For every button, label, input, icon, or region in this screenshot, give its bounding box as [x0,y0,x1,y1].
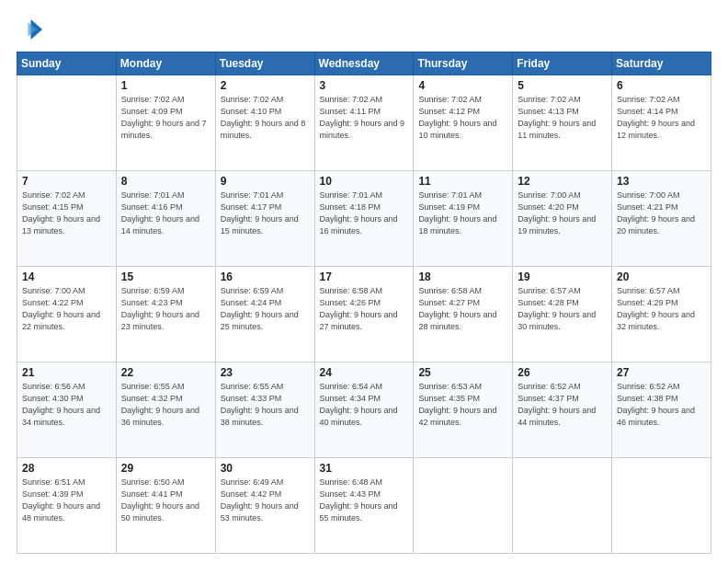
calendar-cell: 19Sunrise: 6:57 AM Sunset: 4:28 PM Dayli… [513,267,612,362]
day-number: 11 [418,175,507,188]
day-info: Sunrise: 6:57 AM Sunset: 4:28 PM Dayligh… [518,285,607,333]
day-number: 3 [320,79,409,92]
calendar-cell: 17Sunrise: 6:58 AM Sunset: 4:26 PM Dayli… [314,267,414,362]
logo-icon [17,17,42,42]
calendar-cell: 4Sunrise: 7:02 AM Sunset: 4:12 PM Daylig… [414,75,513,171]
day-number: 17 [320,270,409,283]
calendar-cell: 14Sunrise: 7:00 AM Sunset: 4:22 PM Dayli… [17,267,117,362]
calendar-cell: 6Sunrise: 7:02 AM Sunset: 4:14 PM Daylig… [612,75,711,171]
calendar-table: SundayMondayTuesdayWednesdayThursdayFrid… [17,52,711,554]
calendar-cell: 31Sunrise: 6:48 AM Sunset: 4:43 PM Dayli… [314,458,414,554]
day-info: Sunrise: 6:53 AM Sunset: 4:35 PM Dayligh… [418,381,507,429]
calendar-cell: 28Sunrise: 6:51 AM Sunset: 4:39 PM Dayli… [17,458,117,554]
weekday-header: Friday [513,52,612,75]
calendar-cell: 10Sunrise: 7:01 AM Sunset: 4:18 PM Dayli… [314,171,414,267]
calendar-cell: 2Sunrise: 7:02 AM Sunset: 4:10 PM Daylig… [215,75,314,171]
day-number: 19 [518,270,607,283]
day-number: 14 [22,270,111,283]
day-number: 30 [221,462,310,475]
weekday-header: Monday [116,52,215,75]
day-number: 5 [518,79,607,92]
day-number: 29 [121,462,210,475]
day-number: 20 [617,270,706,283]
day-number: 21 [22,366,111,379]
day-info: Sunrise: 6:49 AM Sunset: 4:42 PM Dayligh… [221,477,310,524]
calendar-cell: 8Sunrise: 7:01 AM Sunset: 4:16 PM Daylig… [116,171,215,267]
day-info: Sunrise: 7:01 AM Sunset: 4:16 PM Dayligh… [121,190,210,237]
day-info: Sunrise: 6:52 AM Sunset: 4:38 PM Dayligh… [617,381,706,429]
day-info: Sunrise: 6:57 AM Sunset: 4:29 PM Dayligh… [617,285,706,333]
day-info: Sunrise: 6:55 AM Sunset: 4:32 PM Dayligh… [121,381,210,429]
page: SundayMondayTuesdayWednesdayThursdayFrid… [0,0,728,563]
calendar-cell: 15Sunrise: 6:59 AM Sunset: 4:23 PM Dayli… [116,267,215,362]
day-number: 28 [22,462,111,475]
day-info: Sunrise: 6:51 AM Sunset: 4:39 PM Dayligh… [22,477,111,524]
day-info: Sunrise: 7:02 AM Sunset: 4:10 PM Dayligh… [221,94,310,142]
weekday-header: Saturday [612,52,711,75]
weekday-header: Sunday [17,52,117,75]
calendar-cell [612,458,711,554]
day-number: 23 [221,366,310,379]
day-info: Sunrise: 7:02 AM Sunset: 4:09 PM Dayligh… [121,94,210,142]
day-info: Sunrise: 7:02 AM Sunset: 4:15 PM Dayligh… [22,190,111,237]
day-number: 13 [617,175,706,188]
day-number: 2 [221,79,310,92]
calendar-cell: 11Sunrise: 7:01 AM Sunset: 4:19 PM Dayli… [414,171,513,267]
day-number: 9 [221,175,310,188]
day-number: 10 [320,175,409,188]
calendar-cell: 3Sunrise: 7:02 AM Sunset: 4:11 PM Daylig… [314,75,414,171]
weekday-header: Thursday [414,52,513,75]
calendar-cell: 27Sunrise: 6:52 AM Sunset: 4:38 PM Dayli… [612,362,711,458]
calendar-cell: 12Sunrise: 7:00 AM Sunset: 4:20 PM Dayli… [513,171,612,267]
calendar-cell: 20Sunrise: 6:57 AM Sunset: 4:29 PM Dayli… [612,267,711,362]
logo [17,17,46,42]
day-number: 1 [121,79,210,92]
day-info: Sunrise: 7:01 AM Sunset: 4:19 PM Dayligh… [418,190,507,237]
header [17,17,711,42]
calendar-cell: 26Sunrise: 6:52 AM Sunset: 4:37 PM Dayli… [513,362,612,458]
day-number: 7 [22,175,111,188]
day-info: Sunrise: 6:48 AM Sunset: 4:43 PM Dayligh… [320,477,409,524]
calendar-cell: 29Sunrise: 6:50 AM Sunset: 4:41 PM Dayli… [116,458,215,554]
calendar-cell: 5Sunrise: 7:02 AM Sunset: 4:13 PM Daylig… [513,75,612,171]
calendar-cell: 21Sunrise: 6:56 AM Sunset: 4:30 PM Dayli… [17,362,117,458]
day-number: 22 [121,366,210,379]
day-number: 16 [221,270,310,283]
day-number: 24 [320,366,409,379]
day-info: Sunrise: 6:52 AM Sunset: 4:37 PM Dayligh… [518,381,607,429]
day-number: 26 [518,366,607,379]
calendar-cell [17,75,117,171]
day-info: Sunrise: 6:54 AM Sunset: 4:34 PM Dayligh… [320,381,409,429]
day-info: Sunrise: 6:50 AM Sunset: 4:41 PM Dayligh… [121,477,210,524]
day-number: 12 [518,175,607,188]
day-info: Sunrise: 7:01 AM Sunset: 4:18 PM Dayligh… [320,190,409,237]
weekday-header: Tuesday [215,52,314,75]
calendar-cell: 7Sunrise: 7:02 AM Sunset: 4:15 PM Daylig… [17,171,117,267]
calendar-cell: 22Sunrise: 6:55 AM Sunset: 4:32 PM Dayli… [116,362,215,458]
day-number: 31 [320,462,409,475]
calendar-cell [513,458,612,554]
day-info: Sunrise: 7:02 AM Sunset: 4:11 PM Dayligh… [320,94,409,142]
day-info: Sunrise: 6:58 AM Sunset: 4:27 PM Dayligh… [418,285,507,333]
day-number: 15 [121,270,210,283]
day-number: 6 [617,79,706,92]
day-number: 27 [617,366,706,379]
calendar-cell: 18Sunrise: 6:58 AM Sunset: 4:27 PM Dayli… [414,267,513,362]
calendar-cell: 9Sunrise: 7:01 AM Sunset: 4:17 PM Daylig… [215,171,314,267]
day-number: 18 [418,270,507,283]
calendar-cell: 1Sunrise: 7:02 AM Sunset: 4:09 PM Daylig… [116,75,215,171]
day-number: 4 [418,79,507,92]
day-number: 8 [121,175,210,188]
day-info: Sunrise: 7:00 AM Sunset: 4:21 PM Dayligh… [617,190,706,237]
calendar-cell: 16Sunrise: 6:59 AM Sunset: 4:24 PM Dayli… [215,267,314,362]
day-info: Sunrise: 7:00 AM Sunset: 4:20 PM Dayligh… [518,190,607,237]
calendar-cell: 23Sunrise: 6:55 AM Sunset: 4:33 PM Dayli… [215,362,314,458]
weekday-header: Wednesday [314,52,414,75]
day-info: Sunrise: 7:02 AM Sunset: 4:13 PM Dayligh… [518,94,607,142]
day-info: Sunrise: 6:58 AM Sunset: 4:26 PM Dayligh… [320,285,409,333]
day-info: Sunrise: 6:59 AM Sunset: 4:24 PM Dayligh… [221,285,310,333]
day-info: Sunrise: 7:02 AM Sunset: 4:14 PM Dayligh… [617,94,706,142]
day-info: Sunrise: 6:56 AM Sunset: 4:30 PM Dayligh… [22,381,111,429]
calendar-cell: 25Sunrise: 6:53 AM Sunset: 4:35 PM Dayli… [414,362,513,458]
calendar-cell: 30Sunrise: 6:49 AM Sunset: 4:42 PM Dayli… [215,458,314,554]
